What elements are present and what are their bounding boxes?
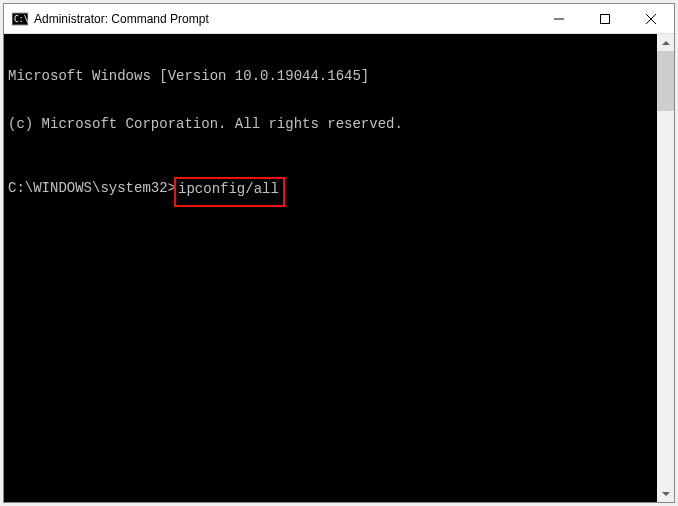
command-highlight: ipconfig/all	[174, 177, 285, 207]
svg-text:C:\: C:\	[14, 15, 28, 24]
minimize-button[interactable]	[536, 4, 582, 33]
version-line: Microsoft Windows [Version 10.0.19044.16…	[8, 68, 653, 84]
svg-rect-3	[601, 14, 610, 23]
command-prompt-window: C:\ Administrator: Command Prompt Micros…	[3, 3, 675, 503]
prompt-line: C:\WINDOWS\system32>ipconfig/all	[8, 180, 653, 210]
titlebar[interactable]: C:\ Administrator: Command Prompt	[4, 4, 674, 34]
copyright-line: (c) Microsoft Corporation. All rights re…	[8, 116, 653, 132]
close-button[interactable]	[628, 4, 674, 33]
scrollbar-thumb[interactable]	[657, 51, 674, 111]
svg-marker-6	[662, 41, 670, 45]
scroll-down-button[interactable]	[657, 485, 674, 502]
window-title: Administrator: Command Prompt	[34, 12, 536, 26]
maximize-button[interactable]	[582, 4, 628, 33]
scrollbar-track[interactable]	[657, 51, 674, 485]
svg-marker-7	[662, 492, 670, 496]
vertical-scrollbar[interactable]	[657, 34, 674, 502]
window-controls	[536, 4, 674, 33]
app-icon: C:\	[12, 11, 28, 27]
client-area: Microsoft Windows [Version 10.0.19044.16…	[4, 34, 674, 502]
prompt-path: C:\WINDOWS\system32>	[8, 180, 176, 210]
typed-command: ipconfig/all	[178, 181, 279, 197]
terminal-output[interactable]: Microsoft Windows [Version 10.0.19044.16…	[4, 34, 657, 502]
scroll-up-button[interactable]	[657, 34, 674, 51]
